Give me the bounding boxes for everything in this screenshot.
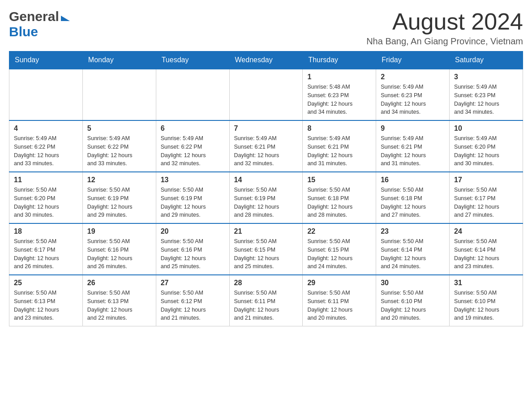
day-cell-w5d3: 27Sunrise: 5:50 AMSunset: 6:12 PMDayligh… (156, 275, 229, 326)
day-info: Sunrise: 5:50 AMSunset: 6:19 PMDaylight:… (87, 186, 151, 219)
day-info: Sunrise: 5:48 AMSunset: 6:23 PMDaylight:… (307, 83, 371, 116)
day-cell-w2d6: 9Sunrise: 5:49 AMSunset: 6:21 PMDaylight… (376, 120, 450, 172)
day-cell-w5d2: 26Sunrise: 5:50 AMSunset: 6:13 PMDayligh… (82, 275, 156, 326)
logo-blue-text: Blue (9, 24, 38, 39)
day-cell-w3d7: 17Sunrise: 5:50 AMSunset: 6:17 PMDayligh… (450, 172, 523, 223)
day-number: 6 (161, 124, 225, 133)
day-cell-w1d1 (9, 69, 83, 120)
col-friday: Friday (376, 51, 450, 69)
day-cell-w1d4 (229, 69, 303, 120)
week-row-5: 25Sunrise: 5:50 AMSunset: 6:13 PMDayligh… (9, 275, 523, 326)
day-cell-w1d5: 1Sunrise: 5:48 AMSunset: 6:23 PMDaylight… (303, 69, 376, 120)
day-number: 16 (381, 176, 445, 184)
day-number: 10 (454, 124, 518, 133)
day-info: Sunrise: 5:50 AMSunset: 6:11 PMDaylight:… (234, 289, 298, 322)
day-number: 26 (87, 279, 151, 287)
day-number: 4 (14, 124, 78, 133)
day-cell-w4d3: 20Sunrise: 5:50 AMSunset: 6:16 PMDayligh… (156, 223, 229, 275)
week-row-4: 18Sunrise: 5:50 AMSunset: 6:17 PMDayligh… (9, 223, 523, 275)
day-info: Sunrise: 5:50 AMSunset: 6:20 PMDaylight:… (14, 186, 78, 219)
col-monday: Monday (82, 51, 156, 69)
day-info: Sunrise: 5:50 AMSunset: 6:14 PMDaylight:… (454, 237, 518, 271)
day-info: Sunrise: 5:49 AMSunset: 6:22 PMDaylight:… (161, 134, 225, 168)
day-cell-w2d1: 4Sunrise: 5:49 AMSunset: 6:22 PMDaylight… (9, 120, 83, 172)
day-info: Sunrise: 5:50 AMSunset: 6:10 PMDaylight:… (381, 289, 445, 322)
day-number: 17 (454, 176, 518, 184)
month-title: August 2024 (366, 9, 523, 34)
day-number: 29 (307, 279, 371, 287)
day-number: 22 (307, 227, 371, 235)
day-cell-w4d5: 22Sunrise: 5:50 AMSunset: 6:15 PMDayligh… (303, 223, 376, 275)
day-cell-w3d3: 13Sunrise: 5:50 AMSunset: 6:19 PMDayligh… (156, 172, 229, 223)
day-cell-w2d3: 6Sunrise: 5:49 AMSunset: 6:22 PMDaylight… (156, 120, 229, 172)
day-info: Sunrise: 5:50 AMSunset: 6:13 PMDaylight:… (14, 289, 78, 322)
day-cell-w4d4: 21Sunrise: 5:50 AMSunset: 6:15 PMDayligh… (229, 223, 303, 275)
day-cell-w3d1: 11Sunrise: 5:50 AMSunset: 6:20 PMDayligh… (9, 172, 83, 223)
day-cell-w3d4: 14Sunrise: 5:50 AMSunset: 6:19 PMDayligh… (229, 172, 303, 223)
day-info: Sunrise: 5:50 AMSunset: 6:15 PMDaylight:… (234, 237, 298, 271)
day-cell-w1d6: 2Sunrise: 5:49 AMSunset: 6:23 PMDaylight… (376, 69, 450, 120)
day-number: 15 (307, 176, 371, 184)
day-info: Sunrise: 5:50 AMSunset: 6:10 PMDaylight:… (454, 289, 518, 322)
day-number: 5 (87, 124, 151, 133)
day-info: Sunrise: 5:49 AMSunset: 6:21 PMDaylight:… (307, 134, 371, 168)
col-thursday: Thursday (303, 51, 376, 69)
day-cell-w5d6: 30Sunrise: 5:50 AMSunset: 6:10 PMDayligh… (376, 275, 450, 326)
day-number: 21 (234, 227, 298, 235)
day-number: 2 (381, 73, 445, 81)
day-cell-w1d2 (82, 69, 156, 120)
day-info: Sunrise: 5:50 AMSunset: 6:17 PMDaylight:… (454, 186, 518, 219)
day-cell-w5d7: 31Sunrise: 5:50 AMSunset: 6:10 PMDayligh… (450, 275, 523, 326)
day-cell-w4d7: 24Sunrise: 5:50 AMSunset: 6:14 PMDayligh… (450, 223, 523, 275)
week-row-1: 1Sunrise: 5:48 AMSunset: 6:23 PMDaylight… (9, 69, 523, 120)
day-info: Sunrise: 5:50 AMSunset: 6:19 PMDaylight:… (234, 186, 298, 219)
day-number: 28 (234, 279, 298, 287)
title-section: August 2024 Nha Bang, An Giang Province,… (366, 9, 523, 47)
logo: General Blue (9, 9, 70, 39)
location-text: Nha Bang, An Giang Province, Vietnam (366, 36, 523, 47)
day-cell-w2d4: 7Sunrise: 5:49 AMSunset: 6:21 PMDaylight… (229, 120, 303, 172)
calendar-header-row: Sunday Monday Tuesday Wednesday Thursday… (9, 51, 523, 69)
day-number: 12 (87, 176, 151, 184)
day-cell-w1d3 (156, 69, 229, 120)
day-cell-w2d7: 10Sunrise: 5:49 AMSunset: 6:20 PMDayligh… (450, 120, 523, 172)
day-cell-w3d5: 15Sunrise: 5:50 AMSunset: 6:18 PMDayligh… (303, 172, 376, 223)
day-cell-w5d4: 28Sunrise: 5:50 AMSunset: 6:11 PMDayligh… (229, 275, 303, 326)
day-number: 1 (307, 73, 371, 81)
day-number: 3 (454, 73, 518, 81)
day-cell-w3d6: 16Sunrise: 5:50 AMSunset: 6:18 PMDayligh… (376, 172, 450, 223)
day-cell-w1d7: 3Sunrise: 5:49 AMSunset: 6:23 PMDaylight… (450, 69, 523, 120)
day-info: Sunrise: 5:49 AMSunset: 6:22 PMDaylight:… (87, 134, 151, 168)
day-number: 30 (381, 279, 445, 287)
day-number: 24 (454, 227, 518, 235)
day-info: Sunrise: 5:50 AMSunset: 6:14 PMDaylight:… (381, 237, 445, 271)
logo-triangle-icon (61, 16, 70, 21)
day-info: Sunrise: 5:50 AMSunset: 6:12 PMDaylight:… (161, 289, 225, 322)
day-info: Sunrise: 5:49 AMSunset: 6:23 PMDaylight:… (454, 83, 518, 116)
week-row-2: 4Sunrise: 5:49 AMSunset: 6:22 PMDaylight… (9, 120, 523, 172)
day-number: 8 (307, 124, 371, 133)
day-cell-w5d5: 29Sunrise: 5:50 AMSunset: 6:11 PMDayligh… (303, 275, 376, 326)
day-info: Sunrise: 5:50 AMSunset: 6:13 PMDaylight:… (87, 289, 151, 322)
day-info: Sunrise: 5:50 AMSunset: 6:18 PMDaylight:… (381, 186, 445, 219)
day-info: Sunrise: 5:49 AMSunset: 6:21 PMDaylight:… (381, 134, 445, 168)
day-info: Sunrise: 5:49 AMSunset: 6:22 PMDaylight:… (14, 134, 78, 168)
col-saturday: Saturday (450, 51, 523, 69)
day-number: 23 (381, 227, 445, 235)
day-cell-w4d2: 19Sunrise: 5:50 AMSunset: 6:16 PMDayligh… (82, 223, 156, 275)
day-info: Sunrise: 5:49 AMSunset: 6:21 PMDaylight:… (234, 134, 298, 168)
day-number: 25 (14, 279, 78, 287)
week-row-3: 11Sunrise: 5:50 AMSunset: 6:20 PMDayligh… (9, 172, 523, 223)
calendar-table: Sunday Monday Tuesday Wednesday Thursday… (9, 51, 523, 326)
day-number: 19 (87, 227, 151, 235)
day-number: 13 (161, 176, 225, 184)
day-cell-w2d2: 5Sunrise: 5:49 AMSunset: 6:22 PMDaylight… (82, 120, 156, 172)
day-info: Sunrise: 5:49 AMSunset: 6:20 PMDaylight:… (454, 134, 518, 168)
day-info: Sunrise: 5:50 AMSunset: 6:19 PMDaylight:… (161, 186, 225, 219)
col-tuesday: Tuesday (156, 51, 229, 69)
day-number: 31 (454, 279, 518, 287)
col-sunday: Sunday (9, 51, 83, 69)
day-cell-w3d2: 12Sunrise: 5:50 AMSunset: 6:19 PMDayligh… (82, 172, 156, 223)
day-info: Sunrise: 5:50 AMSunset: 6:18 PMDaylight:… (307, 186, 371, 219)
logo-general-text: General (9, 9, 59, 24)
